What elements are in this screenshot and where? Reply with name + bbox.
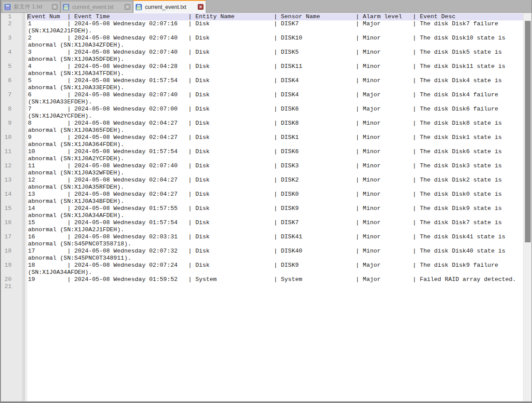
- line-text[interactable]: 5 | 2024-05-08 Wednesday 01:57:54 | Disk…: [27, 77, 523, 91]
- tab-label: current_event.txt: [72, 4, 121, 10]
- editor-line: 87 | 2024-05-08 Wednesday 02:07:00 | Dis…: [1, 106, 523, 120]
- tab-label: 新文件 1.txt: [14, 3, 49, 11]
- editor-line: 1110 | 2024-05-08 Wednesday 01:57:54 | D…: [1, 148, 523, 162]
- editor-line: 1Event Num | Event Time | Entity Name | …: [1, 13, 523, 20]
- line-text[interactable]: [27, 283, 523, 290]
- line-number: 20: [1, 276, 27, 283]
- editor-line: 1514 | 2024-05-08 Wednesday 01:57:55 | D…: [1, 205, 523, 219]
- line-text[interactable]: 13 | 2024-05-08 Wednesday 02:04:27 | Dis…: [27, 191, 523, 205]
- line-number: 16: [1, 219, 27, 226]
- line-number: 17: [1, 233, 27, 241]
- close-icon[interactable]: ×: [52, 4, 58, 10]
- line-number: 6: [1, 77, 27, 84]
- line-text[interactable]: 14 | 2024-05-08 Wednesday 01:57:55 | Dis…: [27, 205, 523, 219]
- scrollbar-thumb[interactable]: [525, 21, 531, 242]
- line-text[interactable]: 9 | 2024-05-08 Wednesday 02:04:27 | Disk…: [27, 134, 523, 148]
- line-text[interactable]: 6 | 2024-05-08 Wednesday 02:07:40 | Disk…: [27, 91, 523, 106]
- line-text[interactable]: 15 | 2024-05-08 Wednesday 01:57:54 | Dis…: [27, 219, 523, 233]
- line-number: 15: [1, 205, 27, 212]
- line-text[interactable]: 11 | 2024-05-08 Wednesday 02:07:40 | Dis…: [27, 162, 523, 177]
- tab-current-event-2-active[interactable]: current_event.txt ×: [133, 0, 206, 13]
- line-text[interactable]: 16 | 2024-05-08 Wednesday 02:03:31 | Dis…: [27, 233, 523, 248]
- vertical-scrollbar[interactable]: [523, 13, 532, 401]
- line-text[interactable]: 19 | 2024-05-08 Wednesday 01:59:52 | Sys…: [27, 276, 523, 283]
- editor-window: 新文件 1.txt × current_event.txt × current_…: [0, 0, 532, 403]
- tab-bar: 新文件 1.txt × current_event.txt × current_…: [1, 0, 532, 13]
- tab-current-event-1[interactable]: current_event.txt ×: [60, 1, 133, 12]
- line-text[interactable]: 17 | 2024-05-08 Wednesday 02:07:32 | Dis…: [27, 248, 523, 262]
- line-number: 11: [1, 148, 27, 155]
- text-caret: [27, 14, 28, 20]
- line-text[interactable]: 2 | 2024-05-08 Wednesday 02:07:40 | Disk…: [27, 35, 523, 49]
- line-text[interactable]: 18 | 2024-05-08 Wednesday 02:07:24 | Dis…: [27, 262, 523, 276]
- line-number: 1: [1, 13, 27, 20]
- line-text[interactable]: 3 | 2024-05-08 Wednesday 02:07:40 | Disk…: [27, 49, 523, 63]
- editor-line: 1716 | 2024-05-08 Wednesday 02:03:31 | D…: [1, 233, 523, 248]
- editor-line: 1615 | 2024-05-08 Wednesday 01:57:54 | D…: [1, 219, 523, 233]
- editor-line: 21: [1, 283, 523, 290]
- line-number: 18: [1, 248, 27, 255]
- editor-area[interactable]: 1Event Num | Event Time | Entity Name | …: [1, 13, 532, 401]
- line-number: 14: [1, 191, 27, 198]
- line-number: 13: [1, 177, 27, 184]
- editor-line: 1211 | 2024-05-08 Wednesday 02:07:40 | D…: [1, 162, 523, 177]
- editor-line: 1817 | 2024-05-08 Wednesday 02:07:32 | D…: [1, 248, 523, 262]
- editor-line: 54 | 2024-05-08 Wednesday 02:04:28 | Dis…: [1, 63, 523, 77]
- line-number: 10: [1, 134, 27, 141]
- line-number: 21: [1, 283, 27, 290]
- close-icon[interactable]: ×: [198, 4, 203, 10]
- floppy-disk-icon: [4, 4, 11, 10]
- line-text[interactable]: 1 | 2024-05-08 Wednesday 02:07:16 | Disk…: [27, 20, 523, 35]
- editor-line: 43 | 2024-05-08 Wednesday 02:07:40 | Dis…: [1, 49, 523, 63]
- editor-line: 32 | 2024-05-08 Wednesday 02:07:40 | Dis…: [1, 35, 523, 49]
- editor-line: 109 | 2024-05-08 Wednesday 02:04:27 | Di…: [1, 134, 523, 148]
- line-text[interactable]: 4 | 2024-05-08 Wednesday 02:04:28 | Disk…: [27, 63, 523, 77]
- line-number: 19: [1, 262, 27, 269]
- line-text[interactable]: 7 | 2024-05-08 Wednesday 02:07:00 | Disk…: [27, 106, 523, 120]
- editor-line: 65 | 2024-05-08 Wednesday 01:57:54 | Dis…: [1, 77, 523, 91]
- line-number: 3: [1, 35, 27, 42]
- line-text[interactable]: 10 | 2024-05-08 Wednesday 01:57:54 | Dis…: [27, 148, 523, 162]
- line-text[interactable]: 12 | 2024-05-08 Wednesday 02:04:27 | Dis…: [27, 177, 523, 191]
- editor-line: 1918 | 2024-05-08 Wednesday 02:07:24 | D…: [1, 262, 523, 276]
- editor-line: 1413 | 2024-05-08 Wednesday 02:04:27 | D…: [1, 191, 523, 205]
- line-number: 9: [1, 120, 27, 127]
- line-number: 12: [1, 162, 27, 170]
- editor-line: 21 | 2024-05-08 Wednesday 02:07:16 | Dis…: [1, 20, 523, 35]
- text-content[interactable]: 1Event Num | Event Time | Entity Name | …: [1, 13, 523, 290]
- line-number: 7: [1, 91, 27, 99]
- tab-label: current_event.txt: [145, 4, 195, 10]
- line-text[interactable]: 8 | 2024-05-08 Wednesday 02:04:27 | Disk…: [27, 120, 523, 134]
- line-number: 8: [1, 106, 27, 113]
- editor-line: 2019 | 2024-05-08 Wednesday 01:59:52 | S…: [1, 276, 523, 283]
- editor-line: 76 | 2024-05-08 Wednesday 02:07:40 | Dis…: [1, 91, 523, 106]
- close-icon[interactable]: ×: [125, 4, 130, 10]
- floppy-disk-icon: [63, 4, 69, 10]
- line-number: 4: [1, 49, 27, 56]
- floppy-disk-icon: [136, 4, 142, 10]
- tab-new-file-1[interactable]: 新文件 1.txt ×: [2, 1, 60, 12]
- editor-line: 98 | 2024-05-08 Wednesday 02:04:27 | Dis…: [1, 120, 523, 134]
- editor-line: 1312 | 2024-05-08 Wednesday 02:04:27 | D…: [1, 177, 523, 191]
- line-number: 2: [1, 20, 27, 28]
- line-text[interactable]: Event Num | Event Time | Entity Name | S…: [27, 13, 523, 20]
- line-number: 5: [1, 63, 27, 70]
